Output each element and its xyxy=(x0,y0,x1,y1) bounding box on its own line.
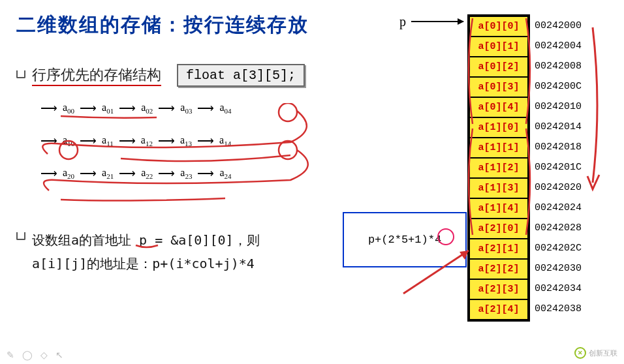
memory-address: 00242028 xyxy=(535,222,582,234)
memory-address: 00242010 xyxy=(535,101,582,112)
memory-cell: a[1][4] xyxy=(469,198,528,219)
arrow-icon: ⟶ xyxy=(158,134,175,148)
flow-item: a00 xyxy=(63,102,74,115)
circle-highlight-icon xyxy=(437,228,454,245)
arrow-icon: ⟶ xyxy=(80,166,97,181)
watermark-logo-icon: ✕ xyxy=(574,347,586,359)
memory-address: 00242034 xyxy=(535,283,582,294)
flow-item: a13 xyxy=(180,134,192,147)
arrow-icon: ⟶ xyxy=(119,101,136,115)
memory-row: a[0][4]00242010 xyxy=(469,97,528,117)
memory-row: a[2][2]00242030 xyxy=(469,259,528,279)
memory-address: 0024201C xyxy=(535,162,582,173)
memory-row: a[2][3]00242034 xyxy=(469,279,528,299)
tool-diamond-icon[interactable]: ◇ xyxy=(40,350,48,360)
arrow-icon: ⟶ xyxy=(40,101,57,115)
memory-address: 00242030 xyxy=(535,263,582,274)
memory-row: a[0][1]00242004 xyxy=(469,37,528,57)
flow-item: a02 xyxy=(141,102,153,115)
arrow-icon: ⟶ xyxy=(40,134,57,148)
arrow-icon: ⟶ xyxy=(197,134,214,148)
memory-cell: a[1][1] xyxy=(469,138,528,158)
memory-address: 00242038 xyxy=(535,303,582,314)
watermark-text: 创新互联 xyxy=(589,348,617,358)
memory-address: 00242020 xyxy=(535,182,582,193)
memory-cell: a[1][3] xyxy=(469,178,528,198)
formula-line-1: 设数组a的首地址 p = &a[0][0]，则 xyxy=(32,228,260,252)
bullet-row-1: 行序优先的存储结构 float a[3][5]; xyxy=(16,64,305,87)
memory-row: a[0][0]00242000 xyxy=(469,16,528,37)
memory-address: 00242000 xyxy=(535,20,582,31)
arrow-icon: ⟶ xyxy=(119,166,136,181)
memory-cell: a[2][2] xyxy=(469,259,528,279)
memory-address: 0024200C xyxy=(535,81,582,92)
toolbar: ✎ ◯ ◇ ↖ xyxy=(7,350,63,360)
memory-address: 00242018 xyxy=(535,142,582,153)
memory-cell: a[0][1] xyxy=(469,37,528,57)
memory-cell: a[0][2] xyxy=(469,57,528,77)
memory-cell: a[0][0] xyxy=(469,16,528,37)
arrow-icon: ⟶ xyxy=(197,166,214,181)
memory-row: a[1][0]00242014 xyxy=(469,117,528,138)
tool-cursor-icon[interactable]: ↖ xyxy=(55,350,63,360)
bullet-icon xyxy=(16,232,25,240)
memory-cell: a[0][3] xyxy=(469,77,528,97)
flow-diagram: ⟶a00⟶a01⟶a02⟶a03⟶a04 ⟶a10⟶a11⟶a12⟶a13⟶a1… xyxy=(39,101,313,199)
flow-item: a01 xyxy=(102,102,114,115)
arrow-icon: ⟶ xyxy=(197,101,214,115)
memory-address: 00242004 xyxy=(535,40,582,52)
memory-row: a[1][1]00242018 xyxy=(469,138,528,158)
arrow-icon: ⟶ xyxy=(80,101,97,115)
flow-row-2: ⟶a20⟶a21⟶a22⟶a23⟶a24 xyxy=(39,166,313,181)
tool-pen-icon[interactable]: ✎ xyxy=(7,350,14,360)
flow-item: a12 xyxy=(141,134,153,147)
tool-circle-icon[interactable]: ◯ xyxy=(22,350,33,360)
memory-address: 00242008 xyxy=(535,61,582,72)
arrow-icon: ⟶ xyxy=(158,166,175,181)
flow-item: a22 xyxy=(141,167,153,180)
flow-item: a20 xyxy=(63,167,74,180)
memory-row: a[2][1]0024202C xyxy=(469,239,528,259)
bullet-row-2: 设数组a的首地址 p = &a[0][0]，则 a[i][j]的地址是：p+(i… xyxy=(16,228,260,275)
subtitle-text: 行序优先的存储结构 xyxy=(32,65,161,86)
memory-row: a[2][0]00242028 xyxy=(469,219,528,239)
bullet-icon xyxy=(16,70,25,78)
page-title: 二维数组的存储：按行连续存放 xyxy=(16,12,309,38)
memory-row: a[2][4]00242038 xyxy=(469,299,528,320)
memory-address: 0024202C xyxy=(535,243,582,254)
formula-box-text: p+(2*5+1)*4 xyxy=(368,234,441,246)
formula-lines: 设数组a的首地址 p = &a[0][0]，则 a[i][j]的地址是：p+(i… xyxy=(32,228,260,275)
memory-cell: a[2][4] xyxy=(469,299,528,320)
memory-cell: a[2][3] xyxy=(469,279,528,299)
flow-item: a03 xyxy=(180,102,192,115)
code-declaration: float a[3][5]; xyxy=(177,64,305,87)
flow-item: a14 xyxy=(219,134,231,147)
pointer-arrow-icon xyxy=(411,21,463,22)
watermark: ✕ 创新互联 xyxy=(574,347,617,359)
memory-address: 00242024 xyxy=(535,202,582,213)
flow-row-1: ⟶a10⟶a11⟶a12⟶a13⟶a14 xyxy=(39,134,313,148)
arrow-icon: ⟶ xyxy=(40,166,57,181)
flow-row-0: ⟶a00⟶a01⟶a02⟶a03⟶a04 xyxy=(39,101,313,115)
memory-cell: a[2][1] xyxy=(469,239,528,259)
flow-item: a11 xyxy=(102,134,114,147)
flow-item: a23 xyxy=(180,167,192,180)
memory-address: 00242014 xyxy=(535,121,582,132)
flow-item: a21 xyxy=(102,167,114,180)
flow-item: a24 xyxy=(219,167,231,180)
memory-row: a[0][3]0024200C xyxy=(469,77,528,97)
arrow-icon: ⟶ xyxy=(119,134,136,148)
arrow-icon: ⟶ xyxy=(80,134,97,148)
memory-table: a[0][0]00242000a[0][1]00242004a[0][2]002… xyxy=(467,14,530,322)
memory-row: a[1][4]00242024 xyxy=(469,198,528,219)
formula-line-2: a[i][j]的地址是：p+(i*col+j)*4 xyxy=(32,252,260,275)
flow-item: a04 xyxy=(219,102,231,115)
memory-row: a[1][3]00242020 xyxy=(469,178,528,198)
memory-row: a[0][2]00242008 xyxy=(469,57,528,77)
memory-cell: a[2][0] xyxy=(469,219,528,239)
memory-cell: a[0][4] xyxy=(469,97,528,117)
flow-item: a10 xyxy=(63,134,74,147)
pointer-label: p xyxy=(399,14,406,29)
memory-row: a[1][2]0024201C xyxy=(469,158,528,178)
arrow-icon: ⟶ xyxy=(158,101,175,115)
